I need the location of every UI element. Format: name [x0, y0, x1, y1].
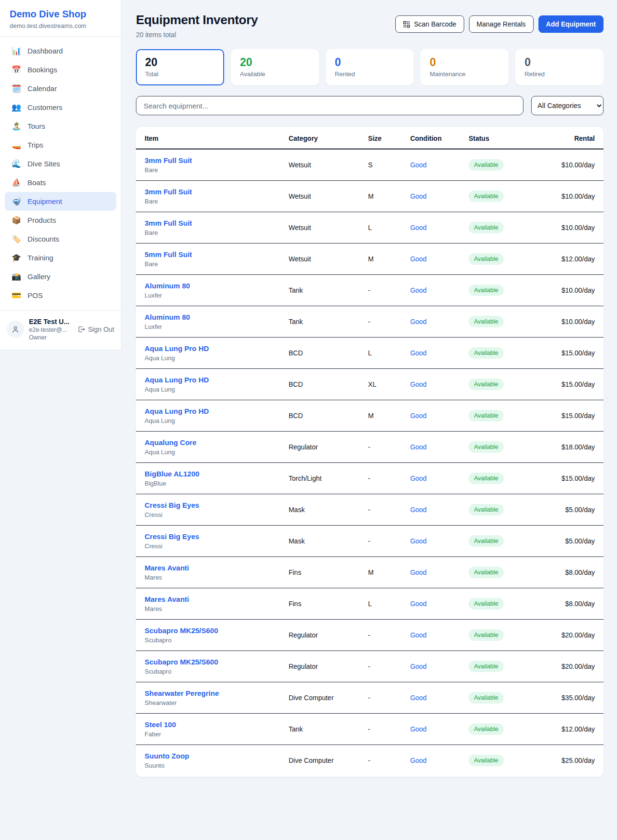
sidebar-item-dashboard[interactable]: 📊 Dashboard [5, 41, 116, 60]
item-condition-link[interactable]: Good [410, 443, 427, 451]
item-condition-link[interactable]: Good [410, 725, 427, 733]
item-condition-link[interactable]: Good [410, 506, 427, 514]
table-row: Cressi Big Eyes Cressi Mask - Good Avail… [136, 494, 604, 526]
item-size: - [361, 275, 402, 306]
sidebar-item-customers[interactable]: 👥 Customers [5, 98, 116, 117]
item-size: - [361, 714, 402, 745]
manage-rentals-button[interactable]: Manage Rentals [469, 15, 534, 33]
sidebar-item-products[interactable]: 📦 Products [5, 211, 116, 230]
item-rental-rate: $10.00/day [540, 212, 604, 244]
item-name-link[interactable]: 3mm Full Suit [145, 156, 192, 164]
item-rental-rate: $15.00/day [540, 400, 604, 432]
item-condition-link[interactable]: Good [410, 286, 427, 294]
sidebar-item-label: Products [27, 216, 56, 224]
item-brand: Aqua Lung [145, 354, 273, 362]
nav-icon-boats-icon: ⛵ [12, 178, 21, 187]
item-category: Torch/Light [281, 463, 361, 494]
status-badge: Available [469, 410, 504, 421]
sign-out-button[interactable]: Sign Out [78, 325, 114, 333]
scan-barcode-button[interactable]: Scan Barcode [395, 15, 464, 33]
table-row: Cressi Big Eyes Cressi Mask - Good Avail… [136, 526, 604, 557]
stat-card-available[interactable]: 20 Available [231, 49, 319, 85]
sidebar-item-equipment[interactable]: 🤿 Equipment [5, 192, 116, 211]
sidebar-item-label: Gallery [27, 272, 51, 281]
sidebar-item-gallery[interactable]: 📸 Gallery [5, 267, 116, 286]
search-input[interactable] [136, 96, 523, 115]
nav-icon-calendar-icon: 🗓️ [12, 84, 21, 93]
stat-card-retired[interactable]: 0 Retired [515, 49, 604, 85]
stat-card-rented[interactable]: 0 Rented [326, 49, 414, 85]
item-condition-link[interactable]: Good [410, 412, 427, 420]
item-size: S [361, 149, 402, 181]
sidebar-item-calendar[interactable]: 🗓️ Calendar [5, 79, 116, 98]
item-name-link[interactable]: Aqua Lung Pro HD [145, 376, 209, 384]
sidebar-item-pos[interactable]: 💳 POS [5, 286, 116, 305]
item-size: XL [361, 369, 402, 400]
item-rental-rate: $12.00/day [540, 244, 604, 275]
item-condition-link[interactable]: Good [410, 663, 427, 670]
item-condition-link[interactable]: Good [410, 694, 427, 702]
sidebar-item-trips[interactable]: 🚤 Trips [5, 135, 116, 154]
category-select[interactable]: All Categories [531, 96, 604, 115]
item-condition-link[interactable]: Good [410, 569, 427, 576]
item-name-link[interactable]: Aluminum 80 [145, 313, 190, 321]
sidebar-item-training[interactable]: 🎓 Training [5, 248, 116, 267]
item-name-link[interactable]: Aqualung Core [145, 438, 197, 447]
item-name-link[interactable]: Scubapro MK25/S600 [145, 626, 218, 635]
item-condition-link[interactable]: Good [410, 349, 427, 357]
item-condition-link[interactable]: Good [410, 224, 427, 231]
barcode-scan-icon [403, 21, 410, 28]
shop-name: Demo Dive Shop [10, 9, 111, 20]
status-badge: Available [469, 347, 504, 359]
item-condition-link[interactable]: Good [410, 631, 427, 639]
avatar [7, 321, 24, 338]
item-condition-link[interactable]: Good [410, 192, 427, 200]
item-name-link[interactable]: Steel 100 [145, 720, 176, 729]
stat-label: Maintenance [429, 70, 499, 78]
item-name-link[interactable]: Mares Avanti [145, 595, 189, 603]
item-brand: Cressi [145, 542, 273, 550]
add-equipment-label: Add Equipment [546, 20, 596, 28]
sidebar-item-dive-sites[interactable]: 🌊 Dive Sites [5, 154, 116, 173]
item-condition-link[interactable]: Good [410, 757, 427, 764]
item-condition-link[interactable]: Good [410, 161, 427, 169]
table-header: Item Category Size Condition Status Rent… [136, 127, 604, 149]
item-name-link[interactable]: Cressi Big Eyes [145, 532, 199, 541]
status-badge: Available [469, 285, 504, 296]
table-row: Aqua Lung Pro HD Aqua Lung BCD XL Good A… [136, 369, 604, 400]
item-name-link[interactable]: Shearwater Peregrine [145, 689, 219, 697]
item-name-link[interactable]: Suunto Zoop [145, 752, 189, 760]
table-row: Aluminum 80 Luxfer Tank - Good Available… [136, 275, 604, 306]
filter-bar: All Categories [136, 96, 604, 115]
stat-card-total[interactable]: 20 Total [136, 49, 224, 85]
sidebar-item-boats[interactable]: ⛵ Boats [5, 173, 116, 192]
sidebar-item-bookings[interactable]: 📅 Bookings [5, 60, 116, 79]
item-name-link[interactable]: Aqua Lung Pro HD [145, 344, 209, 352]
item-brand: Bare [145, 229, 273, 236]
item-name-link[interactable]: Cressi Big Eyes [145, 501, 199, 509]
item-condition-link[interactable]: Good [410, 255, 427, 263]
status-badge: Available [469, 535, 504, 547]
item-condition-link[interactable]: Good [410, 474, 427, 482]
item-condition-link[interactable]: Good [410, 537, 427, 545]
item-name-link[interactable]: Scubapro MK25/S600 [145, 658, 218, 666]
item-condition-link[interactable]: Good [410, 380, 427, 388]
item-rental-rate: $15.00/day [540, 369, 604, 400]
item-name-link[interactable]: BigBlue AL1200 [145, 470, 200, 478]
stat-card-maintenance[interactable]: 0 Maintenance [420, 49, 509, 85]
item-condition-link[interactable]: Good [410, 600, 427, 608]
user-role: Owner [29, 334, 73, 341]
add-equipment-button[interactable]: Add Equipment [538, 15, 604, 33]
item-name-link[interactable]: Aqua Lung Pro HD [145, 407, 209, 415]
item-name-link[interactable]: 3mm Full Suit [145, 188, 192, 196]
item-name-link[interactable]: Mares Avanti [145, 564, 189, 572]
item-name-link[interactable]: 5mm Full Suit [145, 250, 192, 258]
item-name-link[interactable]: 3mm Full Suit [145, 219, 192, 227]
sidebar-item-discounts[interactable]: 🏷️ Discounts [5, 230, 116, 248]
item-condition-link[interactable]: Good [410, 318, 427, 325]
sidebar-item-tours[interactable]: 🏝️ Tours [5, 117, 116, 135]
item-size: - [361, 463, 402, 494]
item-name-link[interactable]: Aluminum 80 [145, 282, 190, 290]
stat-value: 20 [240, 56, 310, 69]
item-category: Regulator [281, 432, 361, 463]
